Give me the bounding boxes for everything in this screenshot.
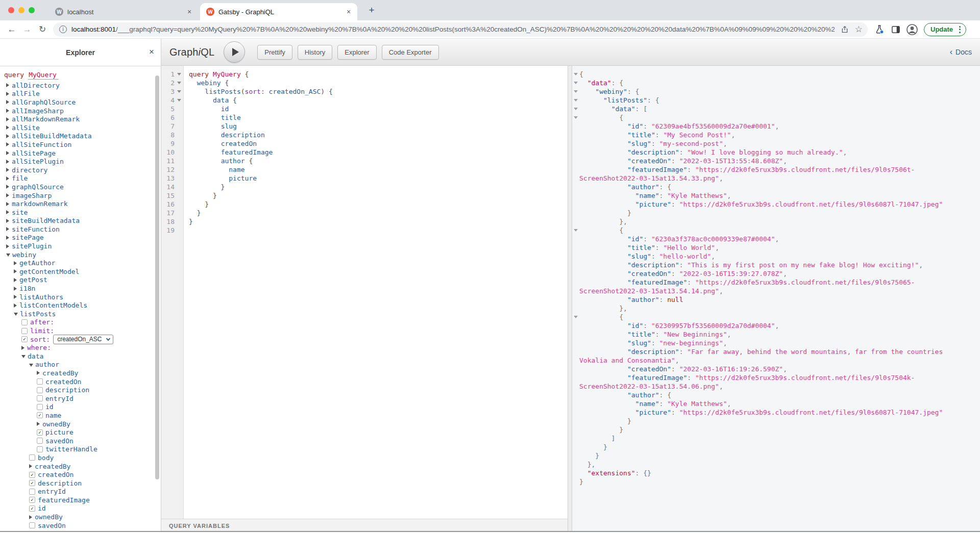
tree-row-featuredImage[interactable]: ✓featuredImage: [4, 496, 158, 504]
fold-arrow-icon[interactable]: [574, 108, 578, 110]
expanded-arrow-icon[interactable]: [6, 253, 10, 257]
close-tab-icon[interactable]: ×: [185, 7, 194, 16]
tree-row-allFile[interactable]: allFile: [4, 90, 158, 98]
collapsed-arrow-icon[interactable]: [6, 151, 9, 155]
extension-flask-icon[interactable]: [872, 22, 887, 37]
tree-row-graphQlSource[interactable]: graphQlSource: [4, 183, 158, 191]
tree-row-createdOn[interactable]: createdOn: [4, 377, 158, 386]
site-info-icon[interactable]: i: [59, 26, 67, 33]
field-checkbox[interactable]: [21, 328, 28, 334]
collapsed-arrow-icon[interactable]: [14, 269, 17, 273]
tree-row-markdownRemark[interactable]: markdownRemark: [4, 199, 158, 208]
collapsed-arrow-icon[interactable]: [6, 142, 9, 146]
collapsed-arrow-icon[interactable]: [37, 422, 40, 426]
tree-row-imageSharp[interactable]: imageSharp: [4, 191, 158, 200]
tree-row-author[interactable]: author: [4, 361, 158, 369]
field-checkbox[interactable]: [37, 395, 43, 401]
tree-row-directory[interactable]: directory: [4, 166, 158, 174]
collapsed-arrow-icon[interactable]: [6, 160, 9, 164]
tree-row-getContentModel[interactable]: getContentModel: [4, 267, 158, 276]
fold-arrow-icon[interactable]: [574, 99, 578, 101]
tree-row-getAuthor[interactable]: getAuthor: [4, 259, 158, 267]
close-tab-icon[interactable]: ×: [344, 7, 353, 16]
menu-dots-icon[interactable]: [957, 26, 963, 33]
fold-arrow-icon[interactable]: [177, 99, 181, 101]
field-checkbox[interactable]: [29, 454, 35, 461]
tree-row-twitterHandle[interactable]: twitterHandle: [4, 445, 158, 454]
fold-arrow-icon[interactable]: [574, 90, 578, 93]
field-checkbox[interactable]: ✓: [29, 480, 35, 486]
pane-divider[interactable]: [568, 66, 572, 532]
collapsed-arrow-icon[interactable]: [6, 125, 9, 130]
reload-button[interactable]: ↻: [35, 22, 50, 37]
back-button[interactable]: ←: [4, 22, 19, 37]
collapsed-arrow-icon[interactable]: [14, 303, 17, 308]
tree-row-createdBy[interactable]: createdBy: [4, 369, 158, 377]
tree-row-createdBy[interactable]: createdBy: [4, 462, 158, 471]
tab-localhost[interactable]: W localhost ×: [49, 3, 198, 20]
fold-arrow-icon[interactable]: [574, 229, 578, 232]
fold-arrow-icon[interactable]: [574, 316, 578, 318]
tree-row-listPosts[interactable]: listPosts: [4, 310, 158, 318]
collapsed-arrow-icon[interactable]: [6, 92, 9, 96]
tree-row-id[interactable]: id: [4, 403, 158, 412]
query-variables-bar[interactable]: QUERY VARIABLES: [161, 519, 568, 532]
sort-select[interactable]: createdOn_ASC: [53, 335, 113, 344]
expanded-arrow-icon[interactable]: [29, 364, 33, 367]
fold-arrow-icon[interactable]: [177, 82, 181, 84]
field-checkbox[interactable]: ✓: [37, 429, 43, 436]
tree-row-allSitePage[interactable]: allSitePage: [4, 149, 158, 158]
collapsed-arrow-icon[interactable]: [6, 134, 9, 138]
zoom-window-button[interactable]: [29, 7, 35, 13]
collapsed-arrow-icon[interactable]: [6, 219, 9, 223]
collapsed-arrow-icon[interactable]: [6, 83, 9, 87]
tree-row-limit[interactable]: limit:: [4, 326, 158, 335]
collapsed-arrow-icon[interactable]: [6, 202, 9, 206]
explorer-button[interactable]: Explorer: [337, 45, 376, 60]
tree-row-sitePage[interactable]: sitePage: [4, 234, 158, 242]
collapsed-arrow-icon[interactable]: [14, 278, 17, 282]
collapsed-arrow-icon[interactable]: [6, 109, 9, 113]
explorer-scrollbar[interactable]: [155, 75, 159, 479]
tree-row-entryId[interactable]: entryId: [4, 488, 158, 496]
tree-row-getPost[interactable]: getPost: [4, 276, 158, 285]
tree-row-picture[interactable]: ✓picture: [4, 428, 158, 437]
field-checkbox[interactable]: [37, 378, 43, 385]
tree-row-listContentModels[interactable]: listContentModels: [4, 301, 158, 310]
minimize-window-button[interactable]: [18, 7, 24, 13]
tree-row-file[interactable]: file: [4, 174, 158, 183]
tree-row-entryId[interactable]: entryId: [4, 394, 158, 403]
forward-button[interactable]: →: [19, 22, 35, 37]
tree-row-createdOn[interactable]: ✓createdOn: [4, 470, 158, 479]
field-checkbox[interactable]: ✓: [29, 505, 35, 512]
field-checkbox[interactable]: [37, 438, 43, 444]
tab-gatsby-graphiql[interactable]: W Gatsby - GraphiQL ×: [200, 3, 357, 20]
collapsed-arrow-icon[interactable]: [6, 176, 9, 181]
tree-row-allSiteBuildMetadata[interactable]: allSiteBuildMetadata: [4, 132, 158, 141]
collapsed-arrow-icon[interactable]: [6, 210, 9, 214]
field-checkbox[interactable]: [29, 489, 35, 495]
tree-row-data[interactable]: data: [4, 352, 158, 361]
update-button[interactable]: Update: [924, 23, 966, 36]
tree-row-allSiteFunction[interactable]: allSiteFunction: [4, 140, 158, 149]
close-icon[interactable]: ×: [149, 47, 154, 56]
collapsed-arrow-icon[interactable]: [14, 295, 17, 299]
collapsed-arrow-icon[interactable]: [6, 236, 9, 240]
close-window-button[interactable]: [8, 7, 14, 13]
address-bar[interactable]: i localhost:8001/___graphql?query=query%…: [53, 22, 868, 37]
collapsed-arrow-icon[interactable]: [6, 185, 9, 189]
collapsed-arrow-icon[interactable]: [21, 346, 24, 350]
tree-row-savedOn[interactable]: savedOn: [4, 437, 158, 445]
new-tab-button[interactable]: +: [365, 4, 378, 16]
query-name-row[interactable]: query MyQuery: [4, 71, 158, 81]
tree-row-i18n[interactable]: i18n: [4, 284, 158, 293]
query-editor[interactable]: 1query MyQuery {2 webiny {3 listPosts(so…: [161, 66, 568, 519]
collapsed-arrow-icon[interactable]: [6, 100, 9, 104]
docs-button[interactable]: ‹ Docs: [950, 48, 972, 56]
share-icon[interactable]: [841, 26, 849, 34]
fold-arrow-icon[interactable]: [574, 116, 578, 119]
code-exporter-button[interactable]: Code Exporter: [382, 45, 439, 60]
history-button[interactable]: History: [298, 45, 332, 60]
execute-button[interactable]: [224, 41, 245, 63]
tree-row-allDirectory[interactable]: allDirectory: [4, 81, 158, 90]
